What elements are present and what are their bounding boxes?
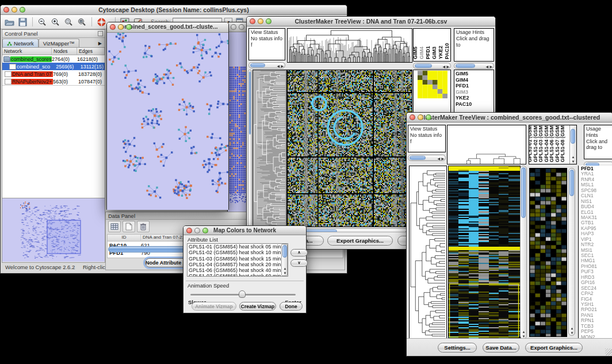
tv1-status-scrollbar[interactable]: ◀▶ (248, 62, 285, 68)
network-canvas-background[interactable] (228, 32, 248, 212)
column-header-nodes[interactable]: Nodes (52, 48, 77, 55)
tv2-heatmap-vscrollbar[interactable]: ▲▼ (520, 166, 527, 339)
open-folder-icon[interactable] (4, 17, 15, 28)
zoom-button[interactable] (426, 114, 431, 120)
tv2-collabel-scrollbar[interactable]: ▲▼ (569, 125, 576, 164)
move-down-button[interactable]: ∨ (290, 259, 308, 267)
attribute-table-icon[interactable] (108, 221, 121, 232)
tv2-zoom-heatmap[interactable] (529, 168, 567, 337)
main-window-title: Cytoscape Desktop (Session Name: collins… (1, 6, 347, 13)
main-titlebar[interactable]: Cytoscape Desktop (Session Name: collins… (1, 5, 347, 15)
float-panel-icon[interactable] (98, 31, 103, 36)
attribute-list-item[interactable]: GPL51-02 (GSM855) heat shock 10 min (188, 250, 288, 255)
zoom-fit-icon[interactable] (76, 17, 87, 28)
network-list-row[interactable]: combined_scores2764(0)16218(0) (2, 55, 105, 63)
network-list-row[interactable]: DNA and Tran 07769(0)183728(0) (2, 70, 105, 78)
window-controls[interactable] (3, 7, 25, 13)
net1-titlebar[interactable]: combined_scores_good.txt--cluste... (107, 22, 228, 33)
tv1-collabel-scrollbar[interactable]: ◀▶ (413, 63, 451, 69)
attribute-list-item[interactable]: GPL51-06 (GSM865) heat shock 40 min (188, 267, 288, 273)
attribute-list-item[interactable]: GPL51-03 (GSM856) heat shock 15 min (188, 256, 288, 262)
attribute-list-item[interactable]: GPL51-07 (GSM868) heat shock 60 min (188, 273, 288, 277)
network-list-row[interactable]: RNAPuberNov2+563(0)107847(0) (2, 78, 105, 85)
tv1-row-dendrogram[interactable] (253, 70, 287, 227)
gene-label[interactable]: PAC10 (456, 101, 492, 108)
tv1-zoom-heatmap[interactable] (418, 71, 447, 98)
attribute-list-item[interactable]: GPL51-01 (GSM854) heat shock 05 min (188, 244, 288, 250)
tv2-titlebar[interactable]: ClusterMaker TreeView : combined_scores_… (407, 113, 612, 122)
attribute-list-item[interactable]: GPL51-04 (GSM857) heat shock 20 min (188, 262, 288, 267)
gene-label[interactable]: GIM5 (456, 71, 492, 77)
settings-button[interactable]: Settings... (438, 343, 477, 352)
close-button[interactable] (250, 18, 255, 24)
tab-vizmapper[interactable]: VizMapper™ (39, 39, 79, 47)
tv2-column-tree-canvas[interactable] (447, 125, 526, 164)
close-button[interactable] (3, 7, 9, 13)
tv1-tree-scrollbar[interactable] (248, 70, 252, 226)
zoom-button[interactable] (266, 18, 271, 24)
network-name: RNAPuberNov2+ (12, 79, 53, 85)
delete-attribute-trash-icon[interactable] (137, 221, 150, 232)
column-header-network[interactable]: Network (2, 48, 52, 55)
new-attribute-icon[interactable] (123, 221, 135, 232)
zoom-selected-icon[interactable] (63, 17, 74, 28)
network-list-empty-area (2, 85, 105, 198)
zoom-out-icon[interactable] (37, 17, 48, 28)
id-column-header[interactable]: ID (108, 235, 141, 241)
move-up-button[interactable]: ∧ (290, 249, 308, 256)
zoom-button[interactable] (126, 24, 132, 30)
network-list-row[interactable]: combined_sco2569(6)13112(15) (2, 63, 105, 70)
zoom-button[interactable] (20, 7, 25, 13)
network-overview-panel[interactable] (2, 198, 105, 262)
column-header-edges[interactable]: Edges (77, 48, 105, 55)
close-button[interactable] (186, 228, 192, 233)
network-nodes-count: 2764(0) (52, 56, 77, 62)
tv2-column-dendrogram[interactable] (447, 125, 526, 164)
tv2-heatmap[interactable] (448, 166, 521, 340)
help-lifering-icon[interactable] (96, 17, 107, 28)
minimize-button[interactable] (258, 18, 263, 24)
tv2-zoom-vscrollbar[interactable]: ▲▼ (568, 168, 575, 336)
tab-overflow-arrow[interactable]: ▶ (95, 40, 105, 47)
minimize-button[interactable] (118, 24, 124, 30)
gene-label[interactable]: GIM3 (456, 89, 492, 95)
minimize-button[interactable] (194, 228, 200, 233)
tv1-titlebar[interactable]: ClusterMaker TreeView : DNA and Tran 07-… (247, 17, 495, 26)
gene-label[interactable]: PFD1 (456, 83, 492, 89)
zoom-in-icon[interactable] (50, 17, 61, 28)
save-data-button[interactable]: Save Data... (483, 343, 519, 352)
close-button[interactable] (231, 24, 236, 30)
tv1-column-dendrogram[interactable] (287, 28, 412, 63)
network-table-header: Network Nodes Edges (2, 48, 105, 55)
tv2-row-dendrogram[interactable] (409, 166, 447, 340)
attribute-list-scrollbar[interactable]: ▲▼ (281, 244, 288, 276)
minimize-button[interactable] (418, 114, 423, 120)
animate-vizmap-button[interactable]: Animate Vizmap (192, 302, 236, 311)
column-label: GPL51-03 (GSM856) (538, 125, 544, 162)
tv1-usage-hints: Usage HintsClick and drag to (454, 28, 494, 62)
minimize-button[interactable] (12, 7, 17, 13)
close-button[interactable] (110, 24, 116, 30)
gene-label[interactable]: GIM4 (456, 77, 492, 83)
export-graphics-button[interactable]: Export Graphics... (327, 236, 393, 246)
tv2-status-scrollbar[interactable]: ◀▶ (408, 155, 446, 161)
save-icon[interactable] (17, 17, 28, 28)
network-birdseye-canvas[interactable] (2, 198, 105, 262)
minimize-button[interactable] (239, 24, 244, 30)
create-vizmap-button[interactable]: Create Vizmap (239, 302, 276, 311)
gene-label[interactable]: YKE2 (456, 95, 492, 101)
tv1-heatmap[interactable] (287, 70, 412, 227)
network-canvas[interactable] (107, 33, 228, 210)
close-button[interactable] (410, 114, 415, 120)
tv2-view-status: View StatusNo status info f (408, 125, 446, 152)
dialog-titlebar[interactable]: Map Colors to Network (183, 226, 306, 235)
export-graphics-button[interactable]: Export Graphics... (525, 343, 583, 352)
zoom-button[interactable] (202, 228, 208, 233)
done-button[interactable]: Done (280, 302, 303, 311)
net2-titlebar[interactable] (228, 22, 248, 32)
animation-speed-slider-thumb[interactable] (239, 290, 246, 298)
file-icon (9, 64, 16, 70)
attribute-list[interactable]: GPL51-01 (GSM854) heat shock 05 minGPL51… (187, 243, 288, 277)
tv1-hints-scrollbar[interactable]: ◀▶ (454, 63, 494, 69)
tab-network[interactable]: Network (2, 39, 39, 47)
